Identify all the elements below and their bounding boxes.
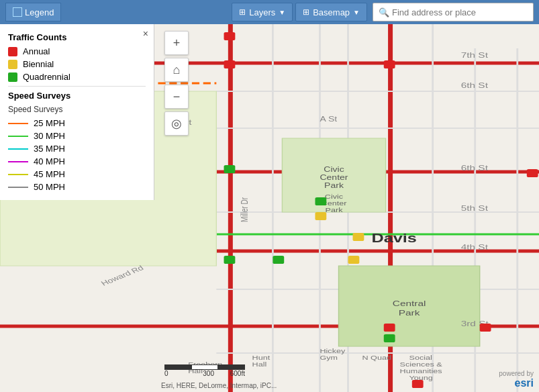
30mph-label: 30 MPH — [34, 131, 65, 141]
legend-quadrennial: Quadrennial — [8, 72, 146, 82]
map-controls: + ⌂ − ◎ — [164, 31, 189, 136]
toolbar: Legend ⊞ Layers ▼ ⊞ Basemap ▼ 🔍 — [0, 0, 539, 24]
legend-label: Legend — [25, 7, 54, 17]
svg-text:N Quad: N Quad — [362, 354, 391, 361]
speed-surveys-subtitle: Speed Surveys — [8, 105, 146, 114]
50mph-line — [8, 187, 28, 188]
legend-annual: Annual — [8, 46, 146, 56]
50mph-label: 50 MPH — [34, 182, 65, 192]
home-button[interactable]: ⌂ — [164, 58, 189, 82]
svg-text:Park: Park — [324, 182, 344, 190]
layers-chevron-icon: ▼ — [279, 9, 285, 16]
powered-by-label: powered by — [499, 370, 534, 377]
35mph-line — [8, 148, 28, 150]
esri-watermark: powered by esri — [499, 370, 534, 389]
svg-rect-51 — [412, 380, 424, 388]
svg-rect-57 — [315, 212, 326, 220]
layers-grid-icon: ⊞ — [239, 7, 246, 17]
45mph-line — [8, 174, 28, 175]
svg-text:Park: Park — [399, 309, 420, 317]
map-container[interactable]: Civic Center Park Civic Center Park Cent… — [0, 24, 539, 392]
45mph-label: 45 MPH — [34, 169, 65, 179]
legend-35mph: 35 MPH — [8, 144, 146, 154]
search-input[interactable] — [392, 7, 526, 17]
legend-40mph: 40 MPH — [8, 156, 146, 166]
quadrennial-label: Quadrennial — [23, 72, 70, 82]
legend-divider — [8, 86, 146, 87]
svg-text:Center: Center — [320, 174, 348, 182]
attribution: Esri, HERE, DeLorme, Intermap, iPC... — [161, 382, 277, 389]
scale-label-300: 300 — [184, 370, 214, 377]
svg-text:7th St: 7th St — [461, 51, 489, 59]
layers-button[interactable]: ⊞ Layers ▼ — [232, 3, 293, 21]
zoom-in-button[interactable]: + — [164, 31, 189, 55]
basemap-label: Basemap — [313, 7, 350, 17]
svg-text:Civic: Civic — [324, 166, 344, 174]
svg-rect-42 — [384, 60, 395, 68]
svg-rect-56 — [384, 334, 395, 342]
scale-label-0: 0 — [164, 370, 168, 377]
svg-rect-60 — [353, 233, 364, 241]
25mph-line — [8, 123, 28, 124]
annual-dot — [8, 47, 17, 56]
legend-icon — [13, 7, 22, 17]
svg-text:6th St: 6th St — [461, 164, 489, 172]
svg-text:Hall: Hall — [252, 361, 267, 368]
scale-segment-light — [191, 364, 218, 370]
svg-rect-53 — [315, 197, 326, 205]
zoom-out-button[interactable]: − — [164, 85, 189, 109]
svg-text:Civic: Civic — [325, 193, 344, 200]
basemap-grid-icon: ⊞ — [303, 7, 309, 17]
scale-label-600: 600ft — [230, 370, 245, 377]
svg-text:Davis: Davis — [372, 232, 417, 246]
legend-button[interactable]: Legend — [5, 3, 61, 21]
layers-label: Layers — [249, 7, 275, 17]
40mph-line — [8, 161, 28, 162]
svg-text:Young: Young — [409, 375, 433, 381]
esri-logo: esri — [515, 377, 534, 389]
legend-close-button[interactable]: × — [143, 28, 148, 39]
legend-50mph: 50 MPH — [8, 182, 146, 192]
attribution-text: Esri, HERE, DeLorme, Intermap, iPC... — [161, 382, 277, 389]
svg-rect-44 — [527, 169, 538, 177]
search-icon: 🔍 — [379, 7, 389, 17]
basemap-button[interactable]: ⊞ Basemap ▼ — [295, 3, 367, 21]
scale-segment-dark — [164, 364, 191, 370]
traffic-counts-title: Traffic Counts — [8, 32, 146, 42]
svg-text:Miller Dr: Miller Dr — [239, 197, 250, 222]
annual-label: Annual — [23, 46, 50, 56]
svg-rect-47 — [384, 324, 395, 332]
svg-text:Hickey: Hickey — [320, 348, 345, 354]
25mph-label: 25 MPH — [34, 118, 65, 128]
svg-text:6th St: 6th St — [461, 81, 489, 89]
biennial-label: Biennial — [23, 59, 54, 69]
quadrennial-dot — [8, 72, 17, 82]
legend-45mph: 45 MPH — [8, 169, 146, 179]
svg-text:4th St: 4th St — [461, 243, 489, 251]
svg-rect-58 — [348, 256, 360, 264]
svg-text:Gym: Gym — [320, 354, 338, 361]
legend-panel: × Traffic Counts Annual Biennial Quadren… — [0, 24, 154, 200]
svg-text:Central: Central — [393, 299, 426, 307]
svg-rect-40 — [224, 32, 236, 40]
svg-rect-48 — [480, 324, 491, 332]
40mph-label: 40 MPH — [34, 156, 65, 166]
scale-bar: 0 300 600ft — [164, 364, 245, 377]
biennial-dot — [8, 60, 17, 69]
svg-text:5th St: 5th St — [461, 204, 489, 212]
svg-text:A St: A St — [320, 115, 337, 124]
svg-rect-54 — [224, 256, 236, 264]
speed-surveys-title: Speed Surveys — [8, 91, 146, 101]
layers-group: ⊞ Layers ▼ ⊞ Basemap ▼ — [232, 3, 367, 21]
svg-text:Hunt: Hunt — [252, 354, 271, 361]
scale-labels: 0 300 600ft — [164, 370, 245, 377]
svg-rect-41 — [224, 60, 236, 68]
search-box[interactable]: 🔍 — [373, 3, 534, 21]
30mph-line — [8, 136, 28, 137]
svg-text:Sciences &: Sciences & — [400, 361, 443, 368]
svg-text:Humanities: Humanities — [400, 368, 443, 375]
svg-rect-55 — [273, 256, 284, 264]
locate-button[interactable]: ◎ — [164, 111, 189, 136]
basemap-chevron-icon: ▼ — [353, 9, 360, 16]
35mph-label: 35 MPH — [34, 144, 65, 154]
